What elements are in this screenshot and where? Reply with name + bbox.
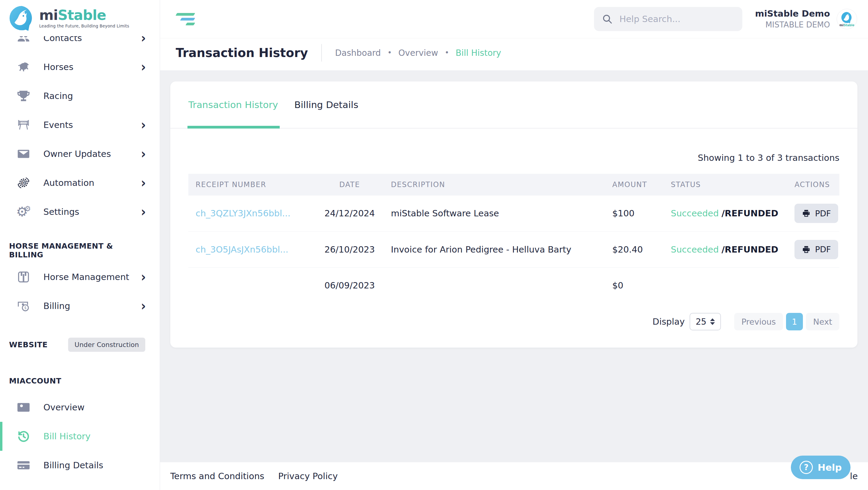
sidebar-item-label: Bill History	[43, 431, 146, 441]
select-arrows-icon	[710, 318, 715, 325]
main-area: miStable Demo MISTABLE DEMO miStable Tra…	[160, 0, 868, 490]
footer: Terms and Conditions Privacy Policy le	[160, 462, 868, 490]
breadcrumb-separator: •	[388, 49, 392, 57]
section-title-text: HORSE MANAGEMENT & BILLING	[9, 242, 145, 259]
pagination: Display 25 Previous 1 Next	[188, 313, 839, 330]
cell-receipt-empty	[188, 267, 312, 303]
chevron-right-icon: ›	[141, 60, 146, 74]
receipt-link[interactable]: ch_3O5JAsJXn56bbl...	[195, 244, 288, 255]
avatar-brand-text: miStable	[839, 24, 855, 27]
money-icon: $	[16, 298, 31, 314]
sidebar-item-billing[interactable]: $ Billing ›	[0, 291, 160, 320]
sidebar-item-settings[interactable]: ⚙⚙ Settings ›	[0, 197, 160, 226]
col-amount: AMOUNT	[605, 174, 663, 196]
sidebar-item-horses[interactable]: Horses ›	[0, 53, 160, 82]
question-icon: ?	[800, 461, 813, 474]
under-construction-badge: Under Construction	[68, 338, 145, 352]
next-page-button[interactable]: Next	[806, 313, 839, 330]
cell-actions-empty	[787, 267, 839, 303]
status-succeeded: Succeeded	[671, 244, 719, 255]
sidebar-item-label: Settings	[43, 207, 141, 217]
sidebar-item-label: Overview	[43, 402, 146, 412]
pdf-button-label: PDF	[815, 209, 831, 218]
sidebar-item-contacts[interactable]: Contacts ›	[0, 36, 160, 53]
sidebar-item-bill-history[interactable]: Bill History	[0, 422, 160, 451]
help-search-box[interactable]	[594, 7, 742, 31]
user-info[interactable]: miStable Demo MISTABLE DEMO	[755, 9, 830, 29]
horse-icon	[16, 59, 31, 75]
table-row: ch_3O5JAsJXn56bbl... 26/10/2023 Invoice …	[188, 231, 839, 267]
cell-status: Succeeded /REFUNDED	[664, 231, 787, 267]
receipt-link[interactable]: ch_3QZLY3JXn56bbl...	[195, 208, 290, 219]
transactions-card: Transaction History Billing Details Show…	[170, 82, 858, 348]
trophy-icon	[16, 88, 31, 104]
pdf-button-label: PDF	[815, 245, 831, 254]
chevron-right-icon: ›	[141, 118, 146, 132]
transactions-table: RECEIPT NUMBER DATE DESCRIPTION AMOUNT S…	[188, 174, 839, 303]
sidebar-item-label: Billing	[43, 301, 141, 311]
sidebar-item-billing-details[interactable]: Billing Details	[0, 451, 160, 480]
chevron-right-icon: ›	[141, 270, 146, 284]
cell-description	[384, 267, 605, 303]
cell-description: Invoice for Arion Pedigree - Helluva Bar…	[384, 231, 605, 267]
privacy-link[interactable]: Privacy Policy	[278, 471, 338, 481]
chevron-right-icon: ›	[141, 176, 146, 190]
sidebar-item-automation[interactable]: AI Automation ›	[0, 168, 160, 197]
breadcrumb-overview[interactable]: Overview	[398, 48, 438, 58]
breadcrumb-separator: •	[445, 49, 449, 57]
col-receipt-number: RECEIPT NUMBER	[188, 174, 312, 196]
sidebar-item-owner-updates[interactable]: Owner Updates ›	[0, 139, 160, 168]
display-label: Display	[652, 317, 685, 327]
showing-count-text: Showing 1 to 3 of 3 transactions	[188, 153, 839, 163]
envelope-icon	[16, 146, 31, 162]
brand-logo[interactable]: miStable Leading the Future, Building Be…	[0, 0, 160, 36]
gears-icon: ⚙⚙	[16, 204, 31, 220]
cell-amount: $0	[605, 267, 663, 303]
sidebar: miStable Leading the Future, Building Be…	[0, 0, 160, 490]
user-name: miStable Demo	[755, 9, 830, 18]
breadcrumb-dashboard[interactable]: Dashboard	[335, 48, 381, 58]
sidebar-item-events[interactable]: EVENT Events ›	[0, 110, 160, 139]
previous-page-button[interactable]: Previous	[734, 313, 783, 330]
svg-text:EVENT: EVENT	[20, 122, 27, 124]
avatar[interactable]: miStable	[837, 9, 857, 29]
tab-transaction-history[interactable]: Transaction History	[188, 82, 278, 128]
contacts-icon	[16, 36, 31, 46]
printer-icon	[802, 245, 811, 254]
col-status: STATUS	[664, 174, 787, 196]
chevron-right-icon: ›	[141, 205, 146, 219]
sidebar-item-label: Horse Management	[43, 272, 141, 282]
sidebar-item-overview[interactable]: Overview	[0, 393, 160, 422]
sidebar-nav: Contacts › Horses › Racing EVENT	[0, 36, 160, 490]
current-page-button[interactable]: 1	[786, 313, 803, 330]
pdf-button[interactable]: PDF	[795, 240, 838, 259]
user-org: MISTABLE DEMO	[755, 21, 830, 29]
table-row: ch_3QZLY3JXn56bbl... 24/12/2024 miStable…	[188, 196, 839, 231]
tab-billing-details[interactable]: Billing Details	[294, 82, 358, 128]
cell-amount: $100	[605, 196, 663, 231]
chevron-right-icon: ›	[141, 36, 146, 45]
sidebar-item-horse-management[interactable]: Horse Management ›	[0, 262, 160, 291]
help-button[interactable]: ? Help	[791, 456, 850, 479]
sidebar-item-label: Racing	[43, 91, 146, 101]
id-card-icon	[16, 400, 31, 415]
terms-link[interactable]: Terms and Conditions	[170, 471, 264, 481]
per-page-select[interactable]: 25	[689, 313, 721, 330]
event-banner-icon: EVENT	[16, 117, 31, 133]
table-header-row: RECEIPT NUMBER DATE DESCRIPTION AMOUNT S…	[188, 174, 839, 196]
pdf-button[interactable]: PDF	[795, 204, 838, 223]
sidebar-section-horse-management-billing: HORSE MANAGEMENT & BILLING	[0, 238, 160, 262]
page-title: Transaction History	[176, 46, 308, 60]
sidebar-item-label: Billing Details	[43, 460, 146, 470]
breadcrumb-bill-history: Bill History	[456, 48, 501, 58]
table-row: 06/09/2023 $0	[188, 267, 839, 303]
chevron-right-icon: ›	[141, 147, 146, 161]
menu-toggle-icon[interactable]	[176, 13, 195, 25]
chevron-right-icon: ›	[141, 299, 146, 313]
search-input[interactable]	[619, 14, 735, 24]
printer-icon	[802, 209, 811, 218]
sidebar-item-racing[interactable]: Racing	[0, 82, 160, 110]
cell-amount: $20.40	[605, 231, 663, 267]
sidebar-item-label: Owner Updates	[43, 149, 141, 159]
page-header: Transaction History Dashboard • Overview…	[160, 38, 868, 70]
